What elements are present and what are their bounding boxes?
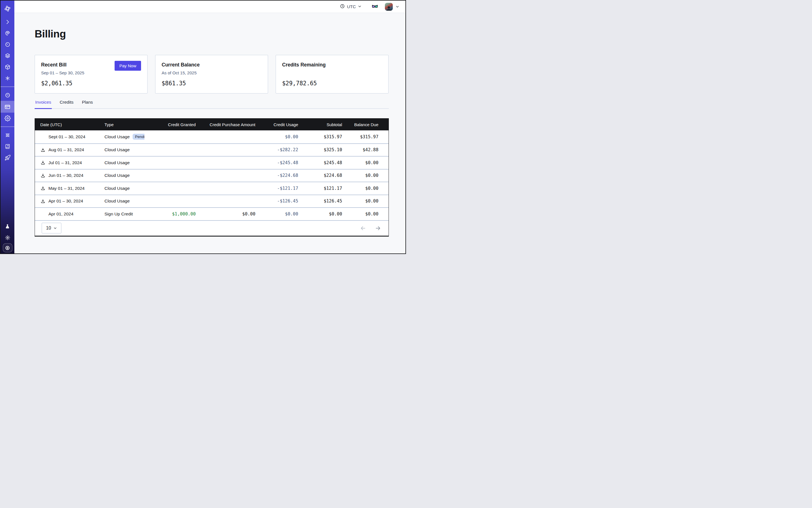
prev-page-button[interactable] [360,225,366,231]
status-badge: Pending [133,134,144,140]
table-body: Sept 01 – 30, 2024 Cloud UsagePending $0… [35,130,389,220]
sidebar-item-settings[interactable] [1,113,14,124]
credit-usage-value: $0.00 [261,134,304,139]
subtotal-value: $126.45 [304,199,348,204]
col-balance-due: Balance Due [348,122,388,127]
timezone-label: UTC [347,4,356,9]
invoice-date: Sept 01 – 30, 2024 [48,134,85,139]
tab-plans[interactable]: Plans [81,100,93,109]
invoice-type: Cloud Usage [104,199,130,203]
table-row: Jun 01 – 30, 2024 Cloud Usage -$224.68 $… [35,169,389,182]
card-title: Credits Remaining [282,62,382,68]
sidebar-item-support[interactable] [1,130,14,141]
table-row: Sept 01 – 30, 2024 Cloud UsagePending $0… [35,130,389,143]
invoice-type: Sign Up Credit [104,211,133,216]
col-credit-granted: Credit Granted [144,122,201,127]
sidebar [1,1,14,253]
balance-due-value: $315.97 [348,134,388,139]
page-size-select[interactable]: 10 [42,223,61,234]
tab-credits[interactable]: Credits [59,100,74,109]
invoice-date: Aug 01 – 31, 2024 [48,147,84,152]
download-invoice-button[interactable] [41,147,45,152]
helm-icon [4,132,11,138]
col-subtotal: Subtotal [304,122,348,127]
credit-usage-value: -$224.68 [261,173,304,178]
sidebar-item-docs[interactable] [1,141,14,152]
balance-due-value: $42.88 [348,147,388,152]
invoice-type: Cloud Usage [104,173,130,178]
sidebar-item-usage[interactable] [1,90,14,101]
invoice-type: Cloud Usage [104,147,130,152]
recent-bill-card: Recent Bill Sep 01 – Sep 30, 2025 $2,061… [35,55,147,93]
sidebar-item-services[interactable] [1,73,14,84]
subtotal-value: $315.97 [304,134,348,139]
pay-now-button[interactable]: Pay Now [115,61,141,71]
chevron-down-icon [358,4,361,9]
credit-purchase-value: $0.00 [201,211,261,217]
balance-due-value: $0.00 [348,173,388,178]
sidebar-item-labs[interactable] [1,221,14,232]
clock-icon [4,41,11,48]
download-invoice-button[interactable] [41,199,45,204]
timezone-select[interactable]: UTC [340,4,361,10]
balance-due-value: $0.00 [348,211,388,217]
card-title: Current Balance [162,62,262,68]
credit-usage-value: -$126.45 [261,199,304,204]
tab-invoices[interactable]: Invoices [35,100,52,109]
3d-glasses-icon[interactable] [372,3,378,10]
invoice-date: Jul 01 – 31, 2024 [48,160,82,165]
credit-usage-value: -$121.17 [261,186,304,191]
chevron-down-icon[interactable] [395,5,399,8]
spiral-icon [4,30,11,36]
sidebar-item-layers[interactable] [1,50,14,61]
credit-granted-value: $1,000.00 [144,211,201,217]
table-row: Apr 01, 2024 Sign Up Credit $1,000.00 $0… [35,207,389,220]
subtotal-value: $245.48 [304,160,348,165]
logo-icon [4,5,11,12]
col-type: Type [104,122,144,127]
main-content: Billing Recent Bill Sep 01 – Sep 30, 202… [14,13,405,253]
sidebar-item-credits[interactable] [3,243,12,252]
invoices-table: Date (UTC) Type Credit Granted Credit Pu… [35,118,389,237]
sidebar-item-theme[interactable] [1,232,14,243]
card-icon [4,103,11,110]
sidebar-item-packages[interactable] [1,61,14,73]
billing-period: Sep 01 – Sep 30, 2025 [41,71,141,76]
flask-icon [4,223,10,229]
table-row: Apr 01 – 30, 2024 Cloud Usage -$126.45 $… [35,195,389,208]
invoice-date: Jun 01 – 30, 2024 [48,173,83,178]
billing-tabs: Invoices Credits Plans [35,100,389,109]
sidebar-divider [1,86,14,87]
sidebar-item-observability[interactable] [1,28,14,39]
subtotal-value: $0.00 [304,211,348,217]
next-page-button[interactable] [375,225,381,231]
subtotal-value: $224.68 [304,173,348,178]
coin-icon [4,245,10,251]
layers-icon [4,53,11,59]
credit-usage-value: -$245.48 [261,160,304,165]
col-credit-usage: Credit Usage [261,122,304,127]
user-avatar[interactable] [385,3,393,11]
balance-as-of: As of Oct 15, 2025 [162,71,262,76]
sidebar-item-launch[interactable] [1,152,14,163]
download-invoice-button[interactable] [41,160,45,165]
invoice-date: Apr 01 – 30, 2024 [48,199,83,204]
col-date: Date (UTC) [35,122,104,127]
credits-remaining-card: Credits Remaining $29,782.65 [275,55,389,93]
table-header: Date (UTC) Type Credit Granted Credit Pu… [35,119,389,130]
credit-usage-value: -$282.22 [261,147,304,152]
sidebar-divider [1,126,14,127]
download-invoice-button[interactable] [41,186,45,190]
table-footer: 10 [35,220,389,236]
balance-due-value: $0.00 [348,199,388,204]
download-invoice-button[interactable] [41,173,45,178]
sidebar-item-history[interactable] [1,39,14,50]
topbar: UTC [14,1,405,13]
app-logo[interactable] [1,1,14,16]
sidebar-item-expand-sidebar[interactable] [1,16,14,28]
invoice-date: May 01 – 31, 2024 [48,186,84,191]
invoice-date: Apr 01, 2024 [48,211,74,217]
table-row: May 01 – 31, 2024 Cloud Usage -$121.17 $… [35,182,389,195]
credit-usage-value: $0.00 [261,211,304,217]
sidebar-item-billing[interactable] [1,101,14,113]
